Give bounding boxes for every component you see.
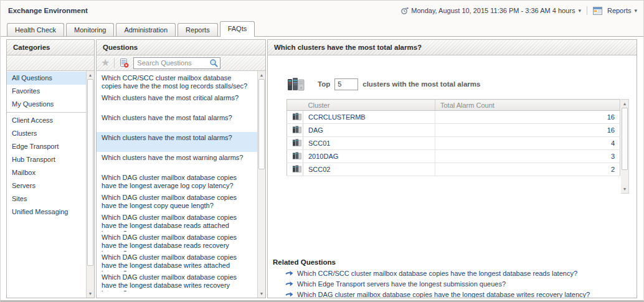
search-icon[interactable] bbox=[209, 59, 218, 67]
reports-caret-icon: ▾ bbox=[634, 7, 637, 14]
question-item-selected[interactable]: Which clusters have the most total alarm… bbox=[97, 132, 257, 152]
reports-button-label: Reports bbox=[607, 7, 632, 14]
column-header-total-alarm-count[interactable]: Total Alarm Count bbox=[435, 100, 620, 111]
cluster-icon bbox=[287, 150, 303, 163]
cluster-icon bbox=[287, 111, 303, 124]
scrollbar-track bbox=[87, 266, 94, 290]
question-detail-panel: Which clusters have the most total alarm… bbox=[267, 39, 637, 298]
table-row[interactable]: DAG 16 bbox=[287, 124, 620, 137]
categories-panel: Categories All Questions Favorites My Qu… bbox=[6, 39, 95, 298]
questions-toolbar: ★ bbox=[97, 55, 265, 71]
table-row[interactable]: CCRCLUSTERMB 16 bbox=[287, 111, 620, 124]
scroll-up-icon[interactable]: ▲ bbox=[621, 100, 628, 108]
cluster-name-cell: DAG bbox=[303, 124, 435, 137]
arrow-right-icon bbox=[285, 281, 293, 287]
related-question-text: Which DAG cluster mailbox database copie… bbox=[297, 291, 590, 298]
tab-reports[interactable]: Reports bbox=[178, 23, 218, 36]
search-box bbox=[133, 57, 220, 69]
tab-faqts[interactable]: FAQts bbox=[220, 21, 255, 37]
cluster-name-cell: SCC02 bbox=[303, 163, 435, 176]
category-item-my-questions[interactable]: My Questions bbox=[7, 98, 86, 111]
category-item-unified-messaging[interactable]: Unified Messaging bbox=[7, 205, 86, 219]
question-item[interactable]: Which DAG cluster mailbox database copie… bbox=[97, 212, 257, 232]
column-header-cluster[interactable]: Cluster bbox=[303, 100, 435, 111]
question-item[interactable]: Which DAG cluster mailbox database copie… bbox=[97, 232, 257, 252]
toolbar-divider bbox=[114, 58, 115, 68]
related-question-link[interactable]: Which Edge Transport servers have the lo… bbox=[285, 280, 637, 288]
alarm-count-cell: 2 bbox=[435, 163, 620, 176]
related-question-text: Which CCR/SCC cluster mailbox database c… bbox=[297, 270, 577, 277]
detail-body: Top clusters with the most total alarms … bbox=[268, 55, 637, 298]
alarm-table: Cluster Total Alarm Count CCRCLUSTERMB 1… bbox=[286, 99, 620, 176]
question-item[interactable]: Which clusters have the most fatal alarm… bbox=[97, 112, 257, 132]
search-input[interactable] bbox=[137, 59, 209, 67]
category-item-mailbox[interactable]: Mailbox bbox=[7, 166, 86, 179]
categories-scrollbar[interactable]: ▲ ▼ bbox=[86, 71, 94, 298]
scroll-up-icon[interactable]: ▲ bbox=[87, 71, 94, 79]
timerange-label: Monday, August 10, 2015 11:36 PM - 3:36 … bbox=[411, 7, 575, 14]
table-scrollbar[interactable]: ▲ ▼ bbox=[621, 99, 629, 194]
related-question-link[interactable]: Which CCR/SCC cluster mailbox database c… bbox=[285, 270, 637, 277]
top-n-control: Top clusters with the most total alarms bbox=[286, 76, 637, 92]
scroll-down-icon[interactable]: ▼ bbox=[87, 290, 94, 298]
detail-title: Which clusters have the most total alarm… bbox=[274, 44, 422, 51]
scrollbar-thumb[interactable] bbox=[87, 79, 93, 266]
arrow-right-icon bbox=[285, 270, 293, 276]
timerange-clock-icon bbox=[400, 7, 409, 15]
scrollbar-thumb[interactable] bbox=[622, 108, 628, 170]
question-item[interactable]: Which clusters have the most critical al… bbox=[97, 92, 257, 112]
question-item[interactable]: Which DAG cluster mailbox database copie… bbox=[97, 172, 257, 192]
question-item[interactable]: Which DAG cluster mailbox database copie… bbox=[97, 192, 257, 212]
top-count-input[interactable] bbox=[334, 78, 358, 90]
categories-panel-header: Categories bbox=[7, 40, 94, 55]
question-item[interactable]: Which clusters have the most warning ala… bbox=[97, 152, 257, 172]
category-item-client-access[interactable]: Client Access bbox=[7, 114, 86, 127]
tab-health-check[interactable]: Health Check bbox=[7, 23, 64, 36]
table-row[interactable]: SCC02 2 bbox=[287, 163, 620, 176]
cluster-icon bbox=[287, 137, 303, 150]
scrollbar-thumb[interactable] bbox=[258, 79, 265, 169]
table-row[interactable]: SCC01 4 bbox=[287, 137, 620, 150]
scroll-down-icon[interactable]: ▼ bbox=[258, 290, 265, 298]
header-divider bbox=[587, 6, 587, 15]
related-questions-heading: Related Questions bbox=[273, 258, 637, 266]
category-item-all-questions[interactable]: All Questions bbox=[7, 72, 86, 85]
category-item-sites[interactable]: Sites bbox=[7, 192, 86, 205]
tab-bar: Health Check Monitoring Administration R… bbox=[1, 21, 643, 37]
category-item-servers[interactable]: Servers bbox=[7, 179, 86, 192]
scrollbar-track bbox=[258, 169, 265, 290]
category-item-clusters[interactable]: Clusters bbox=[7, 127, 86, 140]
questions-scrollbar[interactable]: ▲ ▼ bbox=[257, 71, 265, 298]
category-item-edge-transport[interactable]: Edge Transport bbox=[7, 140, 86, 153]
scroll-up-icon[interactable]: ▲ bbox=[258, 71, 265, 79]
reports-icon bbox=[593, 7, 602, 15]
scroll-down-icon[interactable]: ▼ bbox=[621, 185, 628, 193]
categories-title: Categories bbox=[13, 44, 50, 51]
timerange-selector[interactable]: Monday, August 10, 2015 11:36 PM - 3:36 … bbox=[411, 7, 581, 14]
questions-panel-header: Questions bbox=[97, 40, 265, 55]
header-controls: Monday, August 10, 2015 11:36 PM - 3:36 … bbox=[400, 6, 637, 15]
favorite-star-icon[interactable]: ★ bbox=[101, 58, 110, 68]
tab-monitoring[interactable]: Monitoring bbox=[66, 23, 114, 36]
table-row[interactable]: 2010DAG 3 bbox=[287, 150, 620, 163]
cluster-group-icon bbox=[286, 76, 305, 92]
related-question-link[interactable]: Which DAG cluster mailbox database copie… bbox=[285, 291, 637, 298]
alarm-count-cell: 16 bbox=[435, 124, 620, 137]
question-item[interactable]: Which DAG cluster mailbox database copie… bbox=[97, 271, 257, 291]
categories-list: All Questions Favorites My Questions Cli… bbox=[7, 71, 86, 298]
category-item-hub-transport[interactable]: Hub Transport bbox=[7, 153, 86, 166]
category-item-favorites[interactable]: Favorites bbox=[7, 85, 86, 98]
question-item[interactable]: Which CCR/SCC cluster mailbox database c… bbox=[97, 72, 257, 92]
cluster-icon bbox=[287, 124, 303, 137]
tab-administration[interactable]: Administration bbox=[116, 23, 176, 36]
cluster-icon bbox=[287, 163, 303, 176]
questions-list: Which CCR/SCC cluster mailbox database c… bbox=[97, 71, 257, 298]
alarm-count-cell: 3 bbox=[435, 150, 620, 163]
top-label: Top bbox=[318, 80, 330, 88]
related-question-text: Which Edge Transport servers have the lo… bbox=[297, 280, 506, 288]
cluster-name-cell: CCRCLUSTERMB bbox=[303, 111, 435, 124]
question-item[interactable]: Which DAG cluster mailbox database copie… bbox=[97, 252, 257, 271]
timerange-caret-icon: ▾ bbox=[578, 7, 581, 14]
remove-question-icon[interactable] bbox=[119, 58, 129, 68]
reports-button[interactable]: Reports ▾ bbox=[593, 7, 637, 15]
